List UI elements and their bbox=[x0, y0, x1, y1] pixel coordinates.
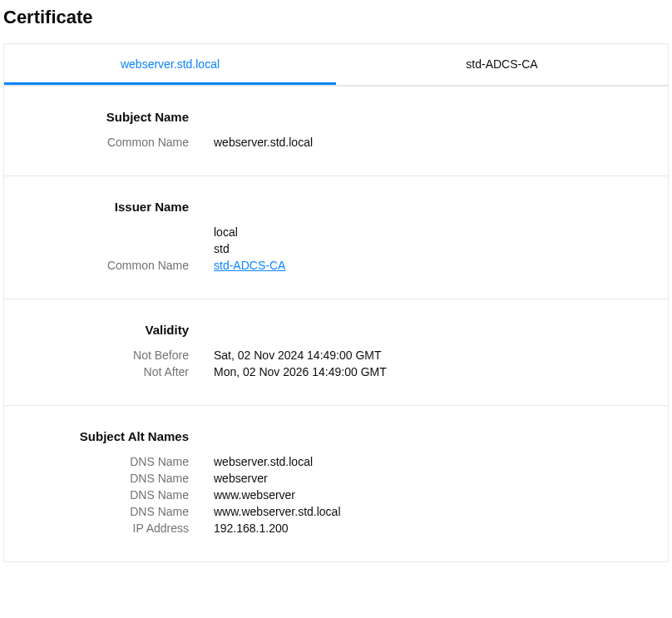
value-san-ip-1: 192.168.1.200 bbox=[189, 522, 289, 535]
label-common-name: Common Name bbox=[17, 136, 189, 149]
label-dns-name: DNS Name bbox=[17, 472, 189, 485]
tab-subject-cert[interactable]: webserver.std.local bbox=[4, 44, 336, 85]
value-issuer-line2: std bbox=[189, 242, 230, 255]
certificate-card: webserver.std.local std-ADCS-CA Subject … bbox=[3, 43, 669, 562]
label-not-before: Not Before bbox=[17, 349, 189, 362]
row-san-dns-3: DNS Name www.webserver bbox=[17, 488, 655, 502]
value-not-before: Sat, 02 Nov 2024 14:49:00 GMT bbox=[189, 349, 382, 362]
row-issuer-line1: local bbox=[17, 225, 655, 239]
row-san-ip-1: IP Address 192.168.1.200 bbox=[17, 522, 655, 535]
row-san-dns-4: DNS Name www.webserver.std.local bbox=[17, 505, 655, 518]
tabs: webserver.std.local std-ADCS-CA bbox=[4, 44, 668, 86]
label-ip-address: IP Address bbox=[17, 522, 189, 535]
section-title-validity: Validity bbox=[17, 323, 189, 337]
row-san-dns-1: DNS Name webserver.std.local bbox=[17, 455, 655, 468]
section-subject-name: Subject Name Common Name webserver.std.l… bbox=[4, 86, 668, 176]
tab-issuer-cert[interactable]: std-ADCS-CA bbox=[336, 44, 668, 85]
label-not-after: Not After bbox=[17, 365, 189, 378]
section-title-subject-name: Subject Name bbox=[17, 110, 189, 124]
section-validity: Validity Not Before Sat, 02 Nov 2024 14:… bbox=[4, 299, 668, 405]
section-san: Subject Alt Names DNS Name webserver.std… bbox=[4, 405, 668, 561]
row-issuer-line2: std bbox=[17, 242, 655, 255]
section-title-san: Subject Alt Names bbox=[17, 429, 189, 443]
label-issuer-common-name: Common Name bbox=[17, 259, 189, 272]
value-san-dns-4: www.webserver.std.local bbox=[189, 505, 341, 518]
value-subject-common-name: webserver.std.local bbox=[189, 136, 313, 149]
section-issuer-name: Issuer Name local std Common Name std-AD… bbox=[4, 176, 668, 299]
value-san-dns-3: www.webserver bbox=[189, 488, 295, 502]
label-dns-name: DNS Name bbox=[17, 488, 189, 502]
link-issuer-common-name[interactable]: std-ADCS-CA bbox=[189, 259, 285, 272]
value-issuer-line1: local bbox=[189, 225, 238, 239]
label-dns-name: DNS Name bbox=[17, 505, 189, 518]
row-not-before: Not Before Sat, 02 Nov 2024 14:49:00 GMT bbox=[17, 349, 655, 362]
page-title: Certificate bbox=[3, 7, 669, 28]
row-not-after: Not After Mon, 02 Nov 2026 14:49:00 GMT bbox=[17, 365, 655, 378]
label-dns-name: DNS Name bbox=[17, 455, 189, 468]
row-issuer-common-name: Common Name std-ADCS-CA bbox=[17, 259, 655, 272]
value-san-dns-1: webserver.std.local bbox=[189, 455, 313, 468]
value-not-after: Mon, 02 Nov 2026 14:49:00 GMT bbox=[189, 365, 387, 378]
row-subject-common-name: Common Name webserver.std.local bbox=[17, 136, 655, 149]
section-title-issuer-name: Issuer Name bbox=[17, 200, 189, 214]
row-san-dns-2: DNS Name webserver bbox=[17, 472, 655, 485]
value-san-dns-2: webserver bbox=[189, 472, 268, 485]
